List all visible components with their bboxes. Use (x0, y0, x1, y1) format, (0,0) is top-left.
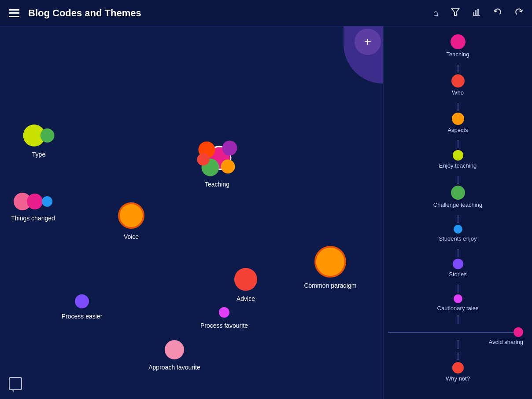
bubble-process-favourite[interactable]: Process favourite (219, 307, 229, 318)
sidebar-item-why-not[interactable]: Why not? (384, 349, 532, 385)
sidebar-label-teaching: Teaching (446, 51, 469, 58)
bubble-label-type: Type (32, 151, 45, 158)
bubble-approach-favourite[interactable]: Approach favourite (165, 340, 184, 359)
sidebar-dot-cautionary-tales (454, 294, 462, 303)
sidebar-label-aspects: Aspects (447, 127, 468, 133)
sidebar-dot-challenge-teaching (451, 186, 465, 200)
sidebar-item-challenge-teaching[interactable]: Challenge teaching (384, 172, 532, 212)
sidebar-label-challenge-teaching: Challenge teaching (433, 201, 482, 208)
sidebar-item-enjoy-teaching[interactable]: Enjoy teaching (384, 137, 532, 172)
sidebar-item-aspects[interactable]: Aspects (384, 99, 532, 137)
svg-rect-2 (475, 10, 477, 15)
undo-icon[interactable] (493, 7, 502, 18)
sidebar-item-avoid-sharing[interactable]: Avoid sharing (384, 315, 532, 349)
bubble-label-things-changed: Things changed (11, 215, 55, 222)
sidebar-dot-students-enjoy (454, 225, 462, 234)
sidebar-dot-teaching (451, 34, 466, 49)
sidebar-item-cautionary-tales[interactable]: Cautionary tales (384, 281, 532, 315)
hamburger-menu[interactable] (9, 9, 19, 17)
bubble-label-voice: Voice (124, 233, 139, 240)
sidebar-dot-stories (453, 259, 463, 269)
bubble-label-teaching: Teaching (205, 181, 229, 188)
sidebar-item-stories[interactable]: Stories (384, 245, 532, 281)
sidebar-dot-why-not (452, 362, 464, 373)
sidebar-dot-who (451, 74, 465, 88)
sidebar-dot-aspects (452, 113, 464, 125)
bubble-voice[interactable]: Voice (118, 202, 144, 229)
filter-icon[interactable] (451, 7, 460, 18)
sidebar-dot-avoid-sharing (514, 327, 523, 337)
bubble-label-advice: Advice (236, 295, 255, 302)
header: Blog Codes and Themes ⌂ (0, 0, 532, 26)
bubble-label-process-easier: Process easier (62, 313, 103, 320)
sidebar-item-who[interactable]: Who (384, 61, 532, 99)
bubble-type[interactable]: Type (23, 124, 55, 146)
svg-marker-0 (452, 9, 459, 15)
main-container: + TypeThings changedTeachingVoiceAdviceC… (0, 26, 532, 399)
page-title: Blog Codes and Themes (28, 7, 433, 19)
bubble-common-paradigm[interactable]: Common paradigm (314, 246, 346, 278)
sidebar-item-teaching[interactable]: Teaching (384, 31, 532, 61)
chart-icon[interactable] (472, 7, 481, 18)
bubble-label-approach-favourite: Approach favourite (148, 364, 200, 371)
home-icon[interactable]: ⌂ (433, 8, 439, 18)
svg-rect-1 (473, 12, 474, 15)
bubble-label-process-favourite: Process favourite (200, 322, 248, 329)
sidebar-label-enjoy-teaching: Enjoy teaching (439, 162, 477, 169)
sidebar-label-cautionary-tales: Cautionary tales (437, 305, 479, 311)
header-icons: ⌂ (433, 7, 523, 18)
sidebar-label-stories: Stories (449, 271, 466, 278)
sidebar-label-who: Who (452, 89, 464, 96)
bubble-teaching[interactable]: Teaching (197, 141, 237, 176)
bubble-advice[interactable]: Advice (234, 268, 257, 291)
bubble-label-common-paradigm: Common paradigm (304, 282, 356, 289)
sidebar-label-why-not: Why not? (446, 375, 470, 382)
bubble-things-changed[interactable]: Things changed (14, 193, 52, 210)
sidebar-dot-enjoy-teaching (453, 150, 463, 161)
add-button[interactable]: + (355, 29, 381, 55)
sidebar-label-avoid-sharing: Avoid sharing (488, 339, 523, 345)
sidebar-item-students-enjoy[interactable]: Students enjoy (384, 212, 532, 245)
svg-rect-3 (477, 9, 479, 15)
canvas-area[interactable]: + TypeThings changedTeachingVoiceAdviceC… (0, 26, 383, 399)
sidebar-label-students-enjoy: Students enjoy (439, 235, 477, 242)
redo-icon[interactable] (514, 7, 523, 18)
chat-icon[interactable] (9, 377, 22, 390)
sidebar: TeachingWhoAspectsEnjoy teachingChalleng… (383, 26, 532, 399)
bubble-process-easier[interactable]: Process easier (75, 294, 89, 308)
